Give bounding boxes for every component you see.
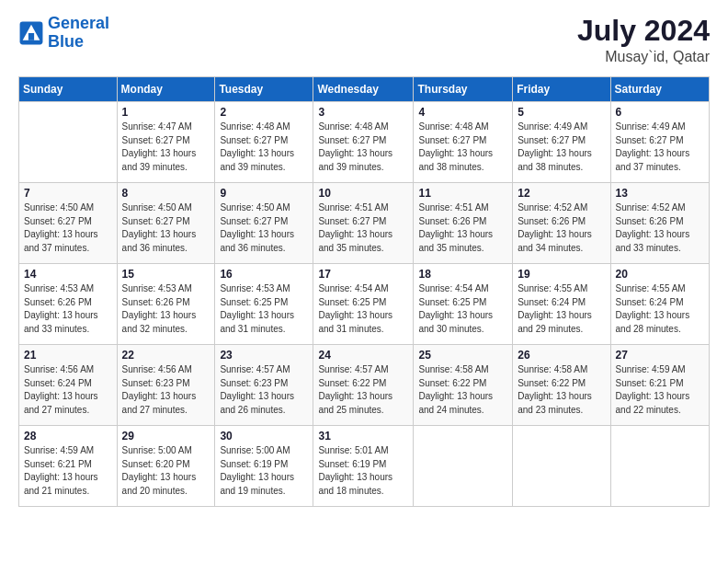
calendar-cell: 13Sunrise: 4:52 AM Sunset: 6:26 PM Dayli… (610, 183, 709, 264)
day-info: Sunrise: 4:53 AM Sunset: 6:26 PM Dayligh… (24, 282, 112, 336)
day-number: 8 (122, 187, 210, 200)
day-number: 10 (318, 187, 408, 200)
month-title: July 2024 (577, 15, 710, 47)
calendar-cell: 16Sunrise: 4:53 AM Sunset: 6:25 PM Dayli… (215, 264, 313, 345)
calendar-cell (414, 426, 513, 507)
logo-text: General Blue (48, 15, 109, 52)
header: General Blue July 2024 Musay`id, Qatar (18, 15, 710, 65)
weekday-header-cell: Wednesday (313, 77, 414, 102)
day-info: Sunrise: 4:49 AM Sunset: 6:27 PM Dayligh… (518, 121, 605, 174)
day-number: 15 (122, 268, 210, 281)
calendar-cell (19, 102, 118, 183)
day-info: Sunrise: 4:58 AM Sunset: 6:22 PM Dayligh… (518, 363, 605, 417)
day-info: Sunrise: 5:00 AM Sunset: 6:19 PM Dayligh… (220, 444, 308, 498)
day-info: Sunrise: 4:59 AM Sunset: 6:21 PM Dayligh… (24, 444, 112, 498)
calendar-cell (610, 426, 709, 507)
day-info: Sunrise: 4:53 AM Sunset: 6:25 PM Dayligh… (220, 282, 308, 336)
day-info: Sunrise: 5:00 AM Sunset: 6:20 PM Dayligh… (122, 444, 210, 498)
day-number: 17 (318, 268, 408, 281)
day-number: 19 (518, 268, 605, 281)
weekday-header-cell: Saturday (610, 77, 709, 102)
calendar-cell: 18Sunrise: 4:54 AM Sunset: 6:25 PM Dayli… (414, 264, 513, 345)
calendar-cell (513, 426, 610, 507)
day-number: 18 (418, 268, 507, 281)
day-number: 20 (616, 268, 704, 281)
weekday-header-cell: Sunday (19, 77, 118, 102)
calendar-week-row: 7Sunrise: 4:50 AM Sunset: 6:27 PM Daylig… (19, 183, 710, 264)
day-info: Sunrise: 4:53 AM Sunset: 6:26 PM Dayligh… (122, 282, 210, 336)
calendar-cell: 20Sunrise: 4:55 AM Sunset: 6:24 PM Dayli… (610, 264, 709, 345)
calendar-cell: 24Sunrise: 4:57 AM Sunset: 6:22 PM Dayli… (313, 345, 414, 426)
calendar-cell: 17Sunrise: 4:54 AM Sunset: 6:25 PM Dayli… (313, 264, 414, 345)
calendar-cell: 19Sunrise: 4:55 AM Sunset: 6:24 PM Dayli… (513, 264, 610, 345)
calendar-cell: 31Sunrise: 5:01 AM Sunset: 6:19 PM Dayli… (313, 426, 414, 507)
day-info: Sunrise: 4:54 AM Sunset: 6:25 PM Dayligh… (418, 282, 507, 336)
day-number: 30 (220, 430, 308, 442)
calendar-body: 1Sunrise: 4:47 AM Sunset: 6:27 PM Daylig… (19, 102, 710, 507)
day-number: 25 (418, 349, 507, 362)
day-info: Sunrise: 4:56 AM Sunset: 6:24 PM Dayligh… (24, 363, 112, 417)
day-info: Sunrise: 4:48 AM Sunset: 6:27 PM Dayligh… (220, 121, 308, 174)
day-number: 3 (318, 106, 408, 119)
day-number: 31 (318, 430, 408, 442)
day-info: Sunrise: 4:55 AM Sunset: 6:24 PM Dayligh… (518, 282, 605, 336)
day-info: Sunrise: 4:49 AM Sunset: 6:27 PM Dayligh… (616, 121, 704, 174)
calendar-cell: 7Sunrise: 4:50 AM Sunset: 6:27 PM Daylig… (19, 183, 118, 264)
calendar-cell: 1Sunrise: 4:47 AM Sunset: 6:27 PM Daylig… (117, 102, 215, 183)
logo-line1: General (48, 14, 109, 32)
calendar-cell: 4Sunrise: 4:48 AM Sunset: 6:27 PM Daylig… (414, 102, 513, 183)
day-info: Sunrise: 4:50 AM Sunset: 6:27 PM Dayligh… (24, 201, 112, 255)
calendar-week-row: 1Sunrise: 4:47 AM Sunset: 6:27 PM Daylig… (19, 102, 710, 183)
day-info: Sunrise: 4:51 AM Sunset: 6:26 PM Dayligh… (418, 201, 507, 255)
day-number: 4 (418, 106, 507, 119)
calendar-cell: 30Sunrise: 5:00 AM Sunset: 6:19 PM Dayli… (215, 426, 313, 507)
day-info: Sunrise: 4:58 AM Sunset: 6:22 PM Dayligh… (418, 363, 507, 417)
calendar-cell: 3Sunrise: 4:48 AM Sunset: 6:27 PM Daylig… (313, 102, 414, 183)
day-info: Sunrise: 4:48 AM Sunset: 6:27 PM Dayligh… (318, 121, 408, 174)
calendar-cell: 28Sunrise: 4:59 AM Sunset: 6:21 PM Dayli… (19, 426, 118, 507)
calendar-week-row: 21Sunrise: 4:56 AM Sunset: 6:24 PM Dayli… (19, 345, 710, 426)
day-info: Sunrise: 4:52 AM Sunset: 6:26 PM Dayligh… (518, 201, 605, 255)
calendar-cell: 22Sunrise: 4:56 AM Sunset: 6:23 PM Dayli… (117, 345, 215, 426)
day-info: Sunrise: 4:54 AM Sunset: 6:25 PM Dayligh… (318, 282, 408, 336)
calendar-cell: 21Sunrise: 4:56 AM Sunset: 6:24 PM Dayli… (19, 345, 118, 426)
day-number: 27 (616, 349, 704, 362)
day-info: Sunrise: 4:50 AM Sunset: 6:27 PM Dayligh… (220, 201, 308, 255)
logo-line2: Blue (48, 32, 84, 51)
day-number: 24 (318, 349, 408, 362)
day-number: 29 (122, 430, 210, 442)
calendar-cell: 27Sunrise: 4:59 AM Sunset: 6:21 PM Dayli… (610, 345, 709, 426)
logo: General Blue (18, 15, 109, 52)
day-number: 22 (122, 349, 210, 362)
location-title: Musay`id, Qatar (577, 49, 710, 65)
day-info: Sunrise: 4:50 AM Sunset: 6:27 PM Dayligh… (122, 201, 210, 255)
logo-icon (18, 20, 44, 46)
day-number: 5 (518, 106, 605, 119)
day-info: Sunrise: 4:51 AM Sunset: 6:27 PM Dayligh… (318, 201, 408, 255)
calendar-cell: 5Sunrise: 4:49 AM Sunset: 6:27 PM Daylig… (513, 102, 610, 183)
day-number: 6 (616, 106, 704, 119)
day-number: 13 (616, 187, 704, 200)
day-number: 9 (220, 187, 308, 200)
day-number: 26 (518, 349, 605, 362)
calendar-cell: 2Sunrise: 4:48 AM Sunset: 6:27 PM Daylig… (215, 102, 313, 183)
day-number: 21 (24, 349, 112, 362)
calendar-table: SundayMondayTuesdayWednesdayThursdayFrid… (18, 76, 710, 507)
calendar-week-row: 28Sunrise: 4:59 AM Sunset: 6:21 PM Dayli… (19, 426, 710, 507)
calendar-cell: 14Sunrise: 4:53 AM Sunset: 6:26 PM Dayli… (19, 264, 118, 345)
weekday-header-cell: Monday (117, 77, 215, 102)
day-info: Sunrise: 4:59 AM Sunset: 6:21 PM Dayligh… (616, 363, 704, 417)
day-info: Sunrise: 4:48 AM Sunset: 6:27 PM Dayligh… (418, 121, 507, 174)
calendar-week-row: 14Sunrise: 4:53 AM Sunset: 6:26 PM Dayli… (19, 264, 710, 345)
weekday-header-cell: Tuesday (215, 77, 313, 102)
calendar-cell: 15Sunrise: 4:53 AM Sunset: 6:26 PM Dayli… (117, 264, 215, 345)
calendar-cell: 11Sunrise: 4:51 AM Sunset: 6:26 PM Dayli… (414, 183, 513, 264)
day-info: Sunrise: 4:47 AM Sunset: 6:27 PM Dayligh… (122, 121, 210, 174)
calendar-cell: 23Sunrise: 4:57 AM Sunset: 6:23 PM Dayli… (215, 345, 313, 426)
calendar-cell: 25Sunrise: 4:58 AM Sunset: 6:22 PM Dayli… (414, 345, 513, 426)
page: General Blue July 2024 Musay`id, Qatar S… (0, 0, 728, 563)
day-info: Sunrise: 4:57 AM Sunset: 6:22 PM Dayligh… (318, 363, 408, 417)
calendar-cell: 6Sunrise: 4:49 AM Sunset: 6:27 PM Daylig… (610, 102, 709, 183)
day-number: 2 (220, 106, 308, 119)
svg-rect-2 (28, 33, 34, 40)
